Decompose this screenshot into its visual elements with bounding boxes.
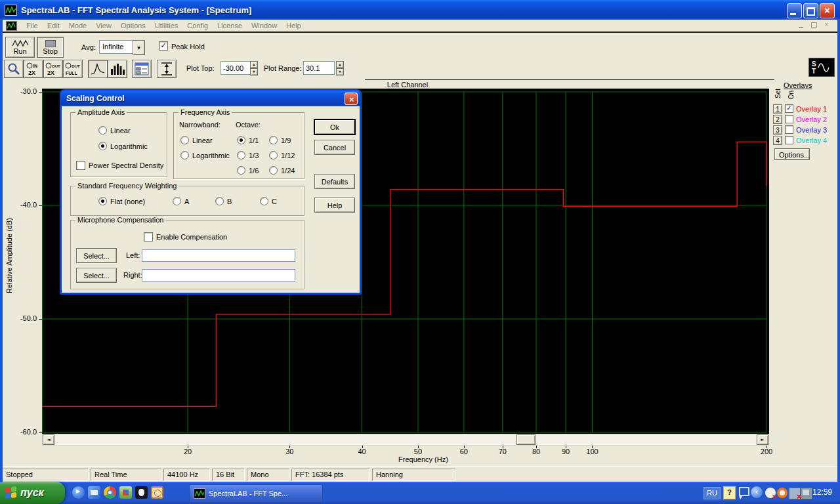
weighting-group: Standard Frequency Weighting Flat (none)…: [70, 186, 304, 216]
hide-icons-chevron[interactable]: ‹: [751, 486, 763, 498]
mdi-minimize-icon[interactable]: [797, 21, 806, 29]
minimize-button[interactable]: [787, 3, 802, 18]
stop-button[interactable]: Stop: [37, 37, 64, 58]
dialog-titlebar[interactable]: Scaling Control: [61, 91, 360, 106]
right-compensation-input[interactable]: [142, 269, 295, 282]
help-tray-icon[interactable]: ?: [723, 486, 736, 499]
overlay-set-button-4[interactable]: 4: [773, 136, 782, 145]
chevron-down-icon[interactable]: ▼: [133, 40, 145, 55]
radio-weighting-a[interactable]: A: [173, 197, 189, 205]
plot-range-input[interactable]: [303, 61, 335, 75]
overlay-on-checkbox-1[interactable]: ✓: [785, 104, 793, 113]
cancel-button[interactable]: Cancel: [314, 140, 355, 155]
close-button[interactable]: ×: [820, 3, 835, 18]
dialog-close-button[interactable]: ×: [345, 93, 358, 105]
menu-view[interactable]: View: [91, 20, 116, 31]
spinner-down-icon[interactable]: ▼: [336, 68, 344, 75]
plot-range-spinner[interactable]: ▲ ▼: [336, 61, 344, 75]
scroll-left-icon[interactable]: ◄: [43, 434, 54, 445]
transport-toolbar: Run Stop Avg: Infinite ▼ ✓ Peak Hold: [3, 34, 837, 59]
ok-button[interactable]: Ok: [314, 119, 355, 135]
alien-icon[interactable]: [135, 486, 148, 499]
mdi-close-icon[interactable]: ×: [822, 21, 831, 29]
radio-octave-1-6[interactable]: 1/6: [237, 166, 259, 175]
avg-dropdown[interactable]: Infinite ▼: [99, 40, 145, 55]
overlays-title: Overlays: [784, 81, 812, 89]
menu-license[interactable]: License: [213, 20, 247, 31]
spectrum-view-button[interactable]: [88, 60, 108, 78]
radio-amplitude-logarithmic[interactable]: Logarithmic: [98, 142, 148, 150]
radio-narrowband-linear[interactable]: Linear: [180, 136, 213, 144]
radio-octave-1-24[interactable]: 1/24: [269, 166, 295, 175]
chrome-icon[interactable]: [104, 486, 116, 499]
select-right-button[interactable]: Select...: [76, 268, 117, 283]
radio-octave-1-12[interactable]: 1/12: [269, 151, 295, 159]
mail-icon[interactable]: [88, 486, 100, 499]
autoscale-button[interactable]: [157, 60, 177, 78]
radio-weighting-c[interactable]: C: [260, 197, 277, 205]
display-icon[interactable]: [801, 488, 812, 499]
menu-options[interactable]: Options: [116, 20, 150, 31]
display-options-button[interactable]: [132, 60, 152, 78]
overlay-on-checkbox-3[interactable]: [785, 125, 793, 134]
peak-hold-checkbox[interactable]: ✓: [159, 41, 168, 51]
signal-generator-icon[interactable]: ST: [808, 58, 835, 77]
overlay-set-button-3[interactable]: 3: [773, 125, 782, 135]
radio-icon: [98, 126, 107, 135]
bar-view-button[interactable]: [108, 60, 127, 78]
menu-window[interactable]: Window: [247, 20, 282, 31]
scrollbar-thumb[interactable]: [516, 434, 536, 445]
plot-horizontal-scrollbar[interactable]: ◄ ►: [42, 434, 769, 446]
explorer-icon[interactable]: [119, 486, 132, 499]
left-compensation-input[interactable]: [142, 249, 295, 262]
radio-octave-1-9[interactable]: 1/9: [269, 136, 291, 144]
restore-button[interactable]: [803, 3, 818, 18]
zoom-in-2x-button[interactable]: IN2X: [24, 60, 43, 78]
radio-narrowband-logarithmic[interactable]: Logarithmic: [180, 151, 230, 159]
run-button[interactable]: Run: [5, 37, 35, 58]
zoom-button[interactable]: [4, 60, 24, 78]
y-tick-label: -60.0: [12, 428, 37, 436]
spinner-up-icon[interactable]: ▲: [250, 61, 258, 68]
wmp-icon[interactable]: [72, 486, 85, 499]
spinner-down-icon[interactable]: ▼: [250, 68, 258, 75]
psd-checkbox[interactable]: Power Spectral Density: [76, 161, 163, 170]
zoom-out-full-button[interactable]: OUTFULL: [63, 60, 83, 78]
network-offline-icon[interactable]: [789, 488, 801, 499]
clock-icon[interactable]: [151, 486, 163, 499]
scroll-right-icon[interactable]: ►: [757, 434, 768, 445]
plot-top-input[interactable]: [220, 61, 251, 75]
menu-help[interactable]: Help: [282, 20, 306, 31]
radio-weighting-flat[interactable]: Flat (none): [98, 197, 145, 205]
plot-top-spinner[interactable]: ▲ ▼: [250, 61, 258, 75]
radio-weighting-b[interactable]: B: [215, 197, 232, 205]
taskbar-app-button[interactable]: SpectraLAB - FFT Spe...: [189, 484, 323, 503]
menu-edit[interactable]: Edit: [43, 20, 64, 31]
radio-octave-1-1[interactable]: 1/1: [237, 136, 259, 144]
overlays-options-button[interactable]: Options...: [774, 148, 810, 160]
overlay-on-checkbox-4[interactable]: [785, 136, 793, 144]
overlay-set-button-1[interactable]: 1: [773, 104, 782, 114]
language-indicator[interactable]: RU: [704, 487, 721, 499]
svg-text:T: T: [812, 68, 816, 75]
shield-icon[interactable]: [777, 488, 788, 498]
caret-down-icon[interactable]: ▼: [739, 495, 742, 499]
defaults-button[interactable]: Defaults: [314, 174, 355, 189]
menu-file[interactable]: File: [22, 20, 43, 31]
volume-muted-icon[interactable]: [765, 488, 776, 498]
overlay-set-button-2[interactable]: 2: [773, 115, 782, 124]
x-axis-label: Frequency (Hz): [368, 455, 479, 463]
help-button[interactable]: Help: [314, 198, 355, 213]
overlay-on-checkbox-2[interactable]: [785, 115, 793, 123]
spinner-up-icon[interactable]: ▲: [336, 61, 344, 68]
zoom-out-2x-button[interactable]: OUT2X: [43, 60, 63, 78]
start-button[interactable]: пуск: [0, 482, 65, 504]
radio-amplitude-linear[interactable]: Linear: [98, 126, 131, 135]
select-left-button[interactable]: Select...: [76, 248, 117, 263]
mdi-restore-icon[interactable]: [810, 21, 818, 29]
menu-config[interactable]: Config: [182, 20, 213, 31]
menu-mode[interactable]: Mode: [64, 20, 92, 31]
radio-octave-1-3[interactable]: 1/3: [237, 151, 259, 159]
enable-compensation-checkbox[interactable]: Enable Compensation: [144, 232, 227, 242]
menu-utilities[interactable]: Utilities: [150, 20, 182, 31]
